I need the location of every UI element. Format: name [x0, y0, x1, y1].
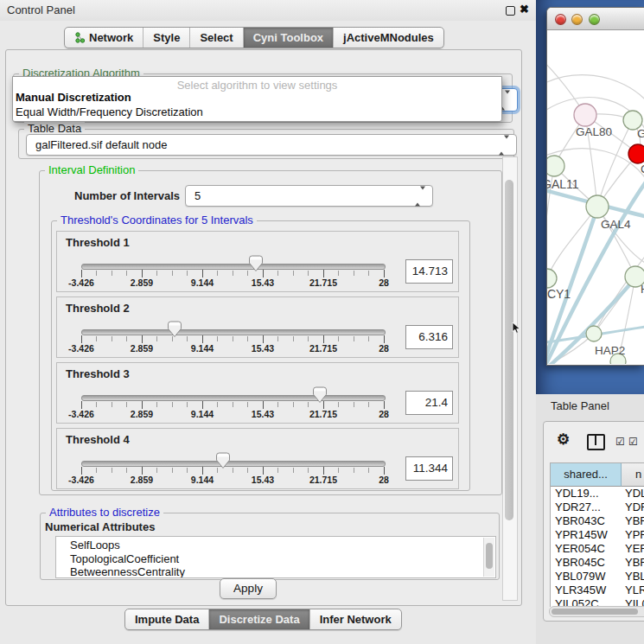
tab-infer-network[interactable]: Infer Network	[309, 609, 401, 629]
scrollbar-thumb[interactable]	[505, 180, 513, 520]
threshold-value-field[interactable]: 14.713	[405, 259, 453, 284]
attributes-group-title: Attributes to discretize	[46, 506, 163, 519]
slider-track[interactable]	[81, 395, 386, 401]
cell-shared-name[interactable]: YBR043C	[551, 514, 622, 528]
table-row[interactable]: YLR345WYLR345W	[551, 583, 644, 597]
cell-shared-name[interactable]: YER054C	[551, 542, 622, 556]
tab-discretize-data[interactable]: Discretize Data	[208, 609, 309, 629]
attributes-list-scrollbar[interactable]	[483, 538, 494, 577]
network-node[interactable]	[586, 195, 609, 218]
tick-label: 2.859	[131, 343, 153, 354]
cell-name[interactable]: YBR043C	[622, 514, 644, 528]
gear-icon[interactable]: ⚙	[557, 430, 570, 449]
attribute-list-item[interactable]: TopologicalCoefficient	[70, 552, 495, 566]
scrollbar-thumb[interactable]	[552, 609, 638, 615]
close-traffic-light[interactable]	[555, 14, 566, 25]
slider-handle[interactable]	[313, 386, 327, 404]
node-label: GCY1	[547, 287, 571, 301]
cell-name[interactable]: YPR145W	[622, 528, 644, 542]
cell-name[interactable]: YDR27...	[622, 501, 644, 514]
threshold-value-field[interactable]: 11.344	[405, 456, 453, 481]
close-icon[interactable]: ✖	[520, 3, 529, 16]
table-row[interactable]: YBR045CYBR045C	[551, 556, 644, 570]
cell-shared-name[interactable]: YDL19...	[551, 487, 622, 501]
bottom-tab-bar: Impute DataDiscretize DataInfer Network	[124, 609, 402, 630]
slider-handle[interactable]	[216, 452, 230, 469]
tab-network[interactable]: Network	[65, 28, 143, 48]
network-node[interactable]	[586, 326, 602, 341]
threshold-slider[interactable]: -3.4262.8599.14415.4321.71528	[57, 363, 403, 423]
network-node[interactable]	[547, 269, 557, 288]
attribute-list-item[interactable]: SelfLoops	[70, 539, 495, 552]
threshold-slider[interactable]: -3.4262.8599.14415.4321.71528	[57, 297, 403, 357]
table-row[interactable]: YBL079WYBL079W	[551, 570, 644, 583]
dropdown-option-equal-width-frequency[interactable]: Equal Width/Frequency Discretization	[16, 105, 203, 118]
network-window-titlebar[interactable]	[547, 8, 644, 30]
cell-shared-name[interactable]: YPR145W	[551, 528, 622, 542]
cell-shared-name[interactable]: YLR345W	[551, 583, 622, 597]
cell-name[interactable]: YBL079W	[622, 570, 644, 583]
tab-select[interactable]: Select	[189, 28, 242, 48]
slider-track[interactable]	[81, 461, 386, 467]
threshold-slider[interactable]: -3.4262.8599.14415.4321.71528	[57, 232, 403, 291]
cell-name[interactable]: YLR345W	[622, 583, 644, 597]
slider-minor-ticks	[81, 336, 386, 341]
tab-jactivemnodules[interactable]: jActiveMNodules	[333, 28, 443, 48]
threshold-slider[interactable]: -3.4262.8599.14415.4321.71528	[57, 429, 403, 488]
slider-track[interactable]	[81, 329, 386, 335]
table-data-group: Table Data galFiltered.sif default node	[18, 129, 514, 159]
dropdown-option-manual-discretization[interactable]: Manual Discretization	[16, 91, 131, 104]
network-node[interactable]	[547, 156, 564, 176]
apply-button[interactable]: Apply	[220, 578, 277, 599]
tick-label: 2.859	[131, 277, 153, 288]
minimize-traffic-light[interactable]	[571, 14, 583, 25]
slider-minor-ticks	[81, 468, 386, 473]
slider-handle[interactable]	[168, 321, 182, 338]
cell-shared-name[interactable]: YBR045C	[551, 556, 622, 570]
network-canvas[interactable]: GAL80 G C GAL11 GAL4 GCY1 H HAP2	[547, 30, 644, 364]
table-row[interactable]: YER054CYER054C	[551, 542, 644, 556]
tick-label: 21.715	[309, 277, 337, 288]
cell-name[interactable]: YER054C	[622, 542, 644, 556]
table-row[interactable]: YPR145WYPR145W	[551, 528, 644, 542]
table-data-combobox[interactable]: galFiltered.sif default node	[26, 134, 517, 156]
control-panel-scrollbar[interactable]	[502, 156, 518, 601]
threshold-value-field[interactable]: 21.4	[405, 391, 453, 415]
tick-label: -3.426	[68, 343, 94, 354]
network-view-window[interactable]: GAL80 G C GAL11 GAL4 GCY1 H HAP2	[546, 7, 644, 366]
combo-stepper-icon	[499, 138, 509, 151]
numerical-attributes-label: Numerical Attributes	[45, 520, 155, 533]
tab-cyni-toolbox[interactable]: Cyni Toolbox	[243, 28, 333, 48]
numerical-attributes-list[interactable]: SelfLoopsTopologicalCoefficientBetweenne…	[55, 536, 496, 578]
attribute-list-item[interactable]: BetweennessCentrality	[70, 565, 495, 578]
zoom-traffic-light[interactable]	[589, 14, 600, 25]
cyni-toolbox-panel: Discretization Algorithm Select algorith…	[5, 49, 522, 606]
checkbox-icon[interactable]: ☑	[628, 436, 638, 448]
tick-label: 21.715	[309, 343, 337, 354]
table-row[interactable]: YDR27...YDR27...	[551, 501, 644, 514]
cell-name[interactable]: YBR045C	[622, 556, 644, 570]
dropdown-prompt-item[interactable]: Select algorithm to view settings	[13, 79, 501, 92]
column-header-shared-name[interactable]: shared...	[551, 463, 622, 487]
tab-label: Network	[89, 31, 133, 44]
threshold-value-field[interactable]: 6.316	[405, 325, 453, 349]
network-node-highlighted[interactable]	[628, 144, 644, 163]
cell-shared-name[interactable]: YBL079W	[551, 570, 622, 583]
table-row[interactable]: YDL19...YDL19...	[551, 487, 644, 501]
split-columns-icon[interactable]	[587, 434, 605, 450]
cell-shared-name[interactable]: YDR27...	[551, 501, 622, 514]
slider-handle[interactable]	[249, 255, 263, 272]
table-row[interactable]: YBR043CYBR043C	[551, 514, 644, 528]
column-header-name[interactable]: n	[622, 463, 644, 487]
checkbox-icon[interactable]: ☑	[615, 436, 625, 448]
node-label: HAP2	[595, 344, 625, 357]
cell-name[interactable]: YDL19...	[622, 487, 644, 501]
tab-impute-data[interactable]: Impute Data	[125, 609, 208, 629]
threshold-panels: Threshold 1 -3.4262.8599.14415.4321.7152…	[56, 231, 459, 489]
slider-track[interactable]	[81, 264, 386, 270]
network-node[interactable]	[574, 104, 596, 126]
number-of-intervals-combobox[interactable]: 5	[185, 185, 433, 207]
table-horizontal-scrollbar[interactable]	[549, 606, 644, 617]
float-window-icon[interactable]	[506, 6, 515, 16]
tab-style[interactable]: Style	[143, 28, 189, 48]
